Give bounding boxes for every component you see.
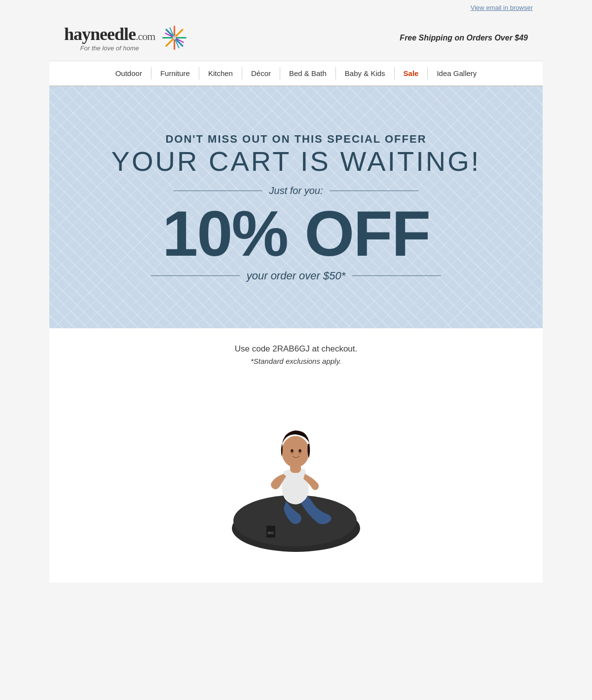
header: hayneedle.com For the love of home Free … [49, 15, 543, 61]
nav-item-kitchen[interactable]: Kitchen [199, 67, 242, 79]
view-email-link[interactable]: View email in browser [471, 4, 533, 11]
nav-item-idea-gallery[interactable]: Idea Gallery [428, 67, 485, 79]
svg-point-16 [299, 449, 301, 452]
hero-just-for-you: Just for you: [269, 185, 323, 196]
promo-exclusion: *Standard exclusions apply. [59, 357, 533, 365]
email-wrapper: View email in browser hayneedle.com For … [49, 0, 543, 583]
hero-divider-right [330, 191, 418, 191]
nav-item-baby-kids[interactable]: Baby & Kids [336, 67, 395, 79]
hero-banner: DON'T MISS OUT ON THIS SPECIAL OFFER YOU… [49, 86, 543, 328]
svg-point-15 [291, 449, 294, 452]
shipping-text: Free Shipping on Orders Over $49 [400, 34, 528, 42]
svg-text:BIG: BIG [268, 531, 274, 535]
svg-point-6 [173, 36, 176, 39]
product-image: BIG [217, 385, 375, 553]
hero-divider-bottom-right [352, 275, 441, 276]
promo-code-line: Use code 2RAB6GJ at checkout. [59, 344, 533, 354]
hero-divider-row: Just for you: [64, 185, 528, 196]
nav-item-outdoor[interactable]: Outdoor [107, 67, 151, 79]
hero-discount: 10% OFF [64, 201, 528, 266]
svg-point-12 [282, 436, 309, 467]
hero-divider-left [174, 191, 262, 191]
top-bar: View email in browser [49, 0, 543, 15]
product-section: BIG [49, 370, 543, 583]
nav-item-decor[interactable]: Décor [242, 67, 280, 79]
hero-divider-bottom-left [151, 275, 240, 276]
promo-text-section: Use code 2RAB6GJ at checkout. *Standard … [49, 328, 543, 370]
hero-cart-text: YOUR CART IS WAITING! [64, 148, 528, 175]
nav-item-sale[interactable]: Sale [395, 67, 428, 79]
navigation: Outdoor Furniture Kitchen Décor Bed & Ba… [49, 61, 543, 86]
beanbag-svg: BIG [222, 395, 370, 553]
logo-tagline: For the love of home [64, 44, 155, 52]
logo-text: hayneedle.com For the love of home [64, 24, 155, 52]
hero-content: DON'T MISS OUT ON THIS SPECIAL OFFER YOU… [64, 133, 528, 282]
nav-item-furniture[interactable]: Furniture [151, 67, 199, 79]
hero-order-text: your order over $50* [247, 270, 346, 282]
logo-area: hayneedle.com For the love of home [64, 24, 188, 52]
logo-name: hayneedle.com [64, 24, 155, 44]
hero-top-text: DON'T MISS OUT ON THIS SPECIAL OFFER [64, 133, 528, 146]
nav-item-bed-bath[interactable]: Bed & Bath [280, 67, 336, 79]
logo-starburst-icon [161, 24, 188, 51]
hero-bottom-row: your order over $50* [64, 270, 528, 282]
